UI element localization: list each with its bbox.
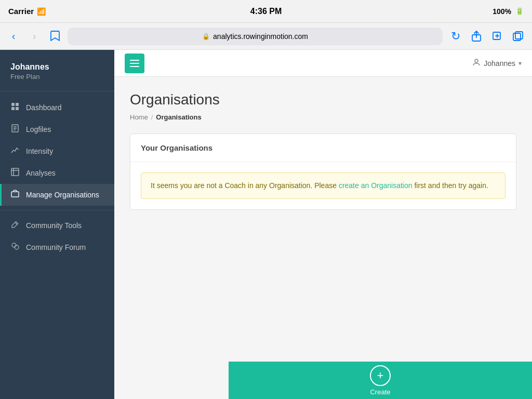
svg-rect-12 [11,168,19,176]
dashboard-icon [10,102,20,113]
new-tab-button[interactable] [488,28,506,45]
analyses-icon [10,168,20,178]
breadcrumb: Home / Organisations [130,113,516,121]
user-menu-name: Johannes [484,59,515,68]
page-title: Organisations [130,91,516,108]
organisations-card: Your Organisations It seems you are not … [130,134,516,210]
create-organisation-link[interactable]: create an Organisation [339,181,413,190]
sidebar-item-label: Intensity [26,147,53,155]
breadcrumb-current: Organisations [156,113,201,121]
sidebar-user: Johannes Free Plan [0,50,114,91]
community-tools-icon [10,220,20,231]
sidebar-user-plan: Free Plan [10,73,104,81]
bookmarks-button[interactable] [47,28,63,45]
create-button[interactable]: + Create [370,365,391,396]
create-button-circle: + [370,365,391,386]
wifi-icon: 📶 [37,7,46,16]
svg-rect-4 [11,103,15,106]
breadcrumb-separator: / [151,113,153,121]
url-text: analytics.rowinginmotion.com [213,32,308,41]
sidebar-item-label: Community Tools [26,221,82,230]
lock-icon: 🔒 [202,33,210,40]
browser-actions: ↻ [447,28,527,45]
sidebar-item-label: Analyses [26,169,56,177]
svg-rect-15 [11,192,19,197]
card-header: Your Organisations [130,134,516,162]
alert-text-2: first and then try again. [413,181,488,190]
status-right: 100% 🔋 [493,7,524,16]
breadcrumb-home[interactable]: Home [130,113,148,121]
svg-rect-7 [16,107,19,110]
battery-label: 100% [493,7,511,16]
alert-warning: It seems you are not a Coach in any Orga… [141,172,506,199]
logfiles-icon [10,124,20,135]
user-menu[interactable]: Johannes ▾ [472,58,522,69]
svg-rect-3 [515,32,523,39]
menu-toggle-button[interactable] [125,54,144,73]
forward-button[interactable]: › [26,28,43,45]
status-left: Carrier 📶 [8,7,46,16]
sidebar-divider [0,210,114,210]
status-time: 4:36 PM [250,7,282,16]
page-body: Organisations Home / Organisations Your … [114,77,532,362]
sidebar-user-name: Johannes [10,62,104,72]
sidebar-item-logfiles[interactable]: Logfiles [0,118,114,140]
status-bar: Carrier 📶 4:36 PM 100% 🔋 [0,0,532,23]
bottom-bar: + Create [229,362,532,399]
sidebar-item-label: Community Forum [26,243,86,251]
manage-organisations-icon [10,190,20,200]
svg-rect-19 [130,60,139,61]
user-icon [472,58,481,69]
sidebar-nav: Dashboard Logfiles [0,91,114,399]
sidebar-item-analyses[interactable]: Analyses [0,162,114,184]
back-button[interactable]: ‹ [5,28,22,45]
sidebar-item-dashboard[interactable]: Dashboard [0,97,114,118]
create-plus-icon: + [377,369,384,382]
chevron-down-icon: ▾ [518,60,522,67]
intensity-icon [10,146,20,156]
svg-rect-6 [11,107,15,110]
battery-icon: 🔋 [515,7,524,15]
svg-point-22 [475,59,478,62]
sidebar-item-label: Logfiles [26,125,51,134]
address-bar[interactable]: 🔒 analytics.rowinginmotion.com [68,28,443,45]
main-content: Johannes ▾ Organisations Home / Organisa… [114,50,532,399]
browser-bar: ‹ › 🔒 analytics.rowinginmotion.com ↻ [0,23,532,50]
share-button[interactable] [468,28,485,45]
svg-rect-5 [16,103,19,106]
svg-rect-20 [130,63,139,64]
svg-rect-21 [130,66,139,67]
sidebar-item-label: Manage Organisations [26,191,99,199]
carrier-label: Carrier [8,7,34,16]
reload-button[interactable]: ↻ [447,28,464,45]
sidebar-item-community-tools[interactable]: Community Tools [0,215,114,236]
sidebar-item-label: Dashboard [26,103,62,112]
sidebar-item-manage-organisations[interactable]: Manage Organisations [0,184,114,206]
svg-rect-2 [513,33,521,41]
create-button-label: Create [370,388,390,396]
alert-text-1: It seems you are not a Coach in any Orga… [151,181,339,190]
card-body: It seems you are not a Coach in any Orga… [130,162,516,209]
tabs-button[interactable] [509,28,527,45]
sidebar-item-community-forum[interactable]: Community Forum [0,236,114,258]
main-header: Johannes ▾ [114,50,532,77]
app-container: Johannes Free Plan Dashboard [0,50,532,399]
sidebar-item-intensity[interactable]: Intensity [0,140,114,162]
community-forum-icon [10,242,20,252]
sidebar: Johannes Free Plan Dashboard [0,50,114,399]
